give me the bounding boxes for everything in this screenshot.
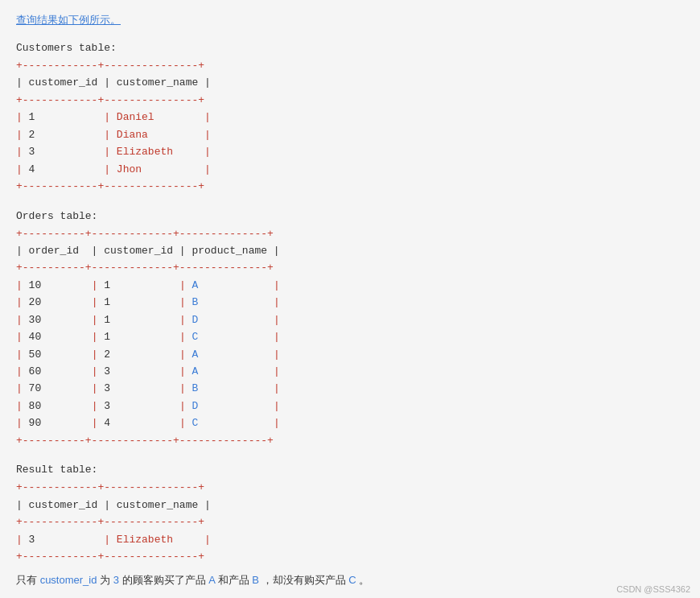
orders-table: +----------+-------------+--------------… xyxy=(16,225,684,450)
result-label: Result table: xyxy=(16,464,684,476)
customers-table: +------------+---------------+ | custome… xyxy=(16,57,684,196)
orders-label: Orders table: xyxy=(16,210,684,222)
footer-text: 只有 customer_id 为 3 的顾客购买了产品 A 和产品 B ，却没有… xyxy=(16,573,684,588)
page-wrapper: 查询结果如下例所示。 Customers table: +-----------… xyxy=(0,0,700,598)
watermark: CSDN @SSS4362 xyxy=(616,584,690,594)
customers-label: Customers table: xyxy=(16,42,684,54)
result-table: +------------+---------------+ | custome… xyxy=(16,479,684,565)
intro-text: 查询结果如下例所示。 xyxy=(16,13,684,27)
